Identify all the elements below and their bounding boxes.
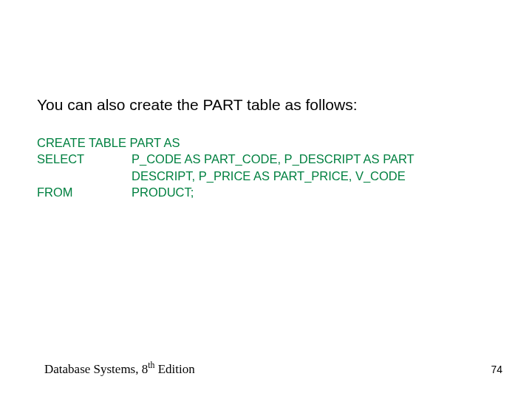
sql-code-block: CREATE TABLE PART AS SELECT P_CODE AS PA…: [37, 134, 495, 200]
book-title-prefix: Database Systems, 8: [44, 362, 148, 376]
sql-select-body-line2: DESCRIPT, P_PRICE AS PART_PRICE, V_CODE: [132, 168, 495, 184]
sql-select-keyword: SELECT: [37, 151, 132, 167]
slide-footer: Database Systems, 8th Edition 74: [44, 360, 502, 377]
sql-from-row: FROM PRODUCT;: [37, 184, 495, 200]
slide-content: You can also create the PART table as fo…: [37, 96, 495, 200]
book-title-suffix: Edition: [154, 362, 194, 376]
sql-select-row-2: DESCRIPT, P_PRICE AS PART_PRICE, V_CODE: [37, 168, 495, 184]
sql-select-body-line1: P_CODE AS PART_CODE, P_DESCRIPT AS PART: [132, 151, 495, 167]
sql-from-keyword: FROM: [37, 184, 132, 200]
sql-from-body: PRODUCT;: [132, 184, 495, 200]
sql-create-line: CREATE TABLE PART AS: [37, 134, 495, 151]
sql-blank-keyword: [37, 168, 132, 184]
intro-text: You can also create the PART table as fo…: [37, 96, 495, 114]
book-reference: Database Systems, 8th Edition: [44, 360, 195, 377]
sql-select-row: SELECT P_CODE AS PART_CODE, P_DESCRIPT A…: [37, 151, 495, 167]
page-number: 74: [491, 364, 502, 375]
